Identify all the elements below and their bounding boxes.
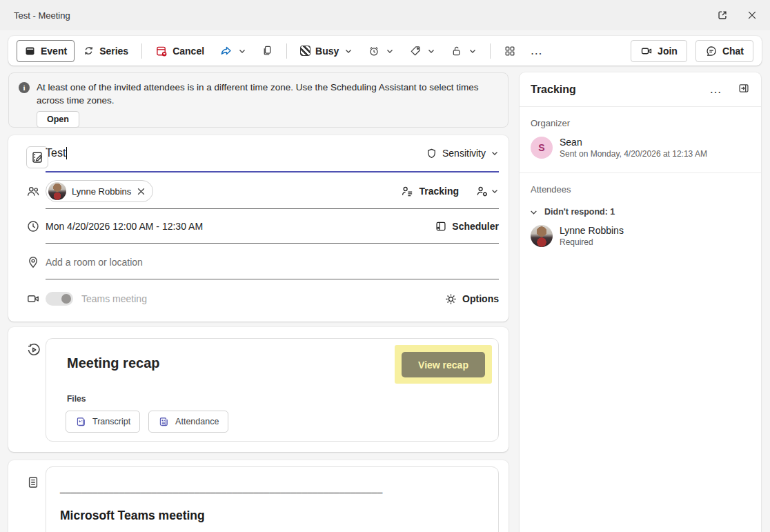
alarm-clock-icon xyxy=(368,45,380,57)
organizer-label: Organizer xyxy=(520,107,761,128)
meeting-recap-section: Meeting recap View recap Files Transcrip… xyxy=(8,327,509,452)
chat-button[interactable]: Chat xyxy=(695,40,753,62)
organizer-name: Sean xyxy=(560,137,707,148)
organizer-sent-time: Sent on Monday, 4/20/2026 at 12:13 AM xyxy=(560,149,707,159)
chevron-down-icon xyxy=(491,187,499,195)
cancel-meeting-button[interactable]: Cancel xyxy=(148,40,211,62)
attendee-row[interactable]: Lynne Robbins Required xyxy=(520,218,761,255)
meeting-window: Test - Meeting Event xyxy=(0,0,770,532)
attendees-label: Attendees xyxy=(520,173,761,195)
organizer-row[interactable]: S Sean Sent on Monday, 4/20/2026 at 12:1… xyxy=(520,128,761,167)
chevron-down-icon xyxy=(427,47,435,55)
reminder-dropdown[interactable] xyxy=(361,40,401,62)
remove-attendee-icon[interactable] xyxy=(137,187,146,196)
view-recap-button[interactable]: View recap xyxy=(402,352,485,377)
chevron-down-icon xyxy=(491,149,499,157)
meeting-options-button[interactable]: Options xyxy=(444,293,499,306)
tag-icon xyxy=(409,45,422,57)
transcript-button[interactable]: Transcript xyxy=(66,411,140,433)
chat-bubble-icon xyxy=(705,45,718,57)
copy-to-calendar-button[interactable] xyxy=(255,40,280,62)
apps-button[interactable] xyxy=(497,40,523,62)
attendees-field[interactable]: Lynne Robbins Tracking xyxy=(46,174,499,209)
text-caret xyxy=(66,147,67,159)
scheduler-icon xyxy=(435,220,447,233)
attendance-button[interactable]: Attendance xyxy=(148,411,228,433)
join-button[interactable]: Join xyxy=(631,40,687,62)
chevron-down-icon xyxy=(529,208,538,217)
datetime-value: Mon 4/20/2026 12:00 AM - 12:30 AM xyxy=(46,221,203,232)
organizer-avatar: S xyxy=(531,137,553,159)
sensitivity-dropdown[interactable]: Sensitivity xyxy=(426,148,499,159)
attendee-avatar xyxy=(48,182,66,200)
location-row xyxy=(8,245,509,279)
forward-arrow-icon xyxy=(219,44,233,57)
event-button[interactable]: Event xyxy=(17,40,75,62)
chevron-down-icon xyxy=(386,47,394,55)
categorize-dropdown[interactable] xyxy=(402,40,442,62)
attendance-doc-icon xyxy=(158,416,170,428)
attendee-role: Required xyxy=(560,237,624,247)
close-panel-icon[interactable] xyxy=(738,82,750,97)
people-checklist-icon xyxy=(401,185,414,198)
document-icon xyxy=(26,475,40,492)
teams-meeting-toggle[interactable] xyxy=(46,292,73,306)
location-input[interactable] xyxy=(46,257,335,268)
shield-icon xyxy=(426,148,437,159)
tracking-panel-header: Tracking … xyxy=(520,72,761,107)
permissions-dropdown[interactable] xyxy=(444,40,484,62)
video-camera-icon xyxy=(640,45,653,57)
show-as-busy-dropdown[interactable]: Busy xyxy=(293,40,359,62)
event-calendar-icon xyxy=(24,45,36,57)
tracking-button[interactable]: Tracking xyxy=(401,185,459,198)
didnt-respond-group[interactable]: Didn't respond: 1 xyxy=(520,195,761,218)
history-replay-icon xyxy=(26,342,41,360)
teams-meeting-heading: Microsoft Teams meeting xyxy=(53,509,484,523)
chevron-down-icon xyxy=(468,47,477,55)
attendee-avatar xyxy=(531,225,553,247)
compose-note-icon[interactable] xyxy=(26,146,48,168)
meeting-body-section: ________________________________________… xyxy=(8,460,509,532)
toolbar-divider xyxy=(286,43,287,59)
title-value: Test xyxy=(46,147,66,159)
series-sync-icon xyxy=(83,45,95,57)
location-field[interactable] xyxy=(46,245,499,279)
gear-icon xyxy=(444,293,457,306)
banner-message: At least one of the invited attendees is… xyxy=(37,81,497,107)
datetime-row: Mon 4/20/2026 12:00 AM - 12:30 AM Schedu… xyxy=(8,209,509,244)
recap-title: Meeting recap xyxy=(67,355,159,371)
location-pin-icon xyxy=(26,255,40,269)
unlock-icon xyxy=(451,45,463,57)
open-scheduling-assistant-button[interactable]: Open xyxy=(37,111,79,128)
attendees-row: Lynne Robbins Tracking xyxy=(8,174,509,209)
transcript-doc-icon xyxy=(75,416,87,428)
files-label: Files xyxy=(67,394,86,404)
title-bar: Test - Meeting xyxy=(0,0,770,30)
apps-grid-icon xyxy=(504,45,516,57)
close-icon[interactable] xyxy=(747,10,758,21)
more-options-icon[interactable]: … xyxy=(524,43,549,58)
teams-meeting-field: Teams meeting Options xyxy=(46,281,499,317)
forward-button[interactable] xyxy=(213,40,253,62)
copy-icon xyxy=(261,45,273,57)
window-title: Test - Meeting xyxy=(14,10,70,21)
info-icon: i xyxy=(19,82,30,93)
response-options-dropdown[interactable] xyxy=(475,185,499,198)
popout-icon[interactable] xyxy=(716,9,729,21)
teams-meeting-row: Teams meeting Options xyxy=(8,281,509,317)
attendee-name: Lynne Robbins xyxy=(560,225,624,236)
attendee-chip[interactable]: Lynne Robbins xyxy=(46,180,153,202)
highlight-overlay: View recap xyxy=(395,345,492,384)
series-button[interactable]: Series xyxy=(76,40,135,62)
panel-more-options-icon[interactable]: … xyxy=(709,82,722,97)
timezone-banner: i At least one of the invited attendees … xyxy=(8,72,509,128)
ribbon-toolbar: Event Series Cancel xyxy=(8,36,762,66)
chevron-down-icon xyxy=(344,47,353,55)
title-field[interactable]: Test Sensitivity xyxy=(46,135,499,173)
scheduler-button[interactable]: Scheduler xyxy=(435,220,499,233)
tracking-panel: Tracking … Organizer S Sean Sent on Mond… xyxy=(520,72,761,532)
datetime-field[interactable]: Mon 4/20/2026 12:00 AM - 12:30 AM Schedu… xyxy=(46,209,499,244)
people-icon xyxy=(26,185,40,199)
people-settings-icon xyxy=(475,185,488,198)
body-editor[interactable]: ________________________________________… xyxy=(46,466,499,532)
